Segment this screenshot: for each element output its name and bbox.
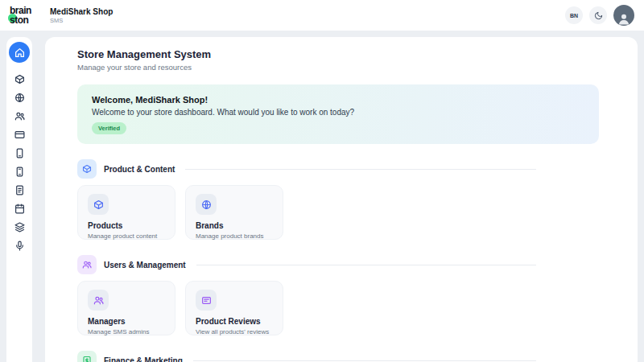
card-managers[interactable]: Managers Manage SMS admins (77, 281, 175, 335)
card-title: Managers (88, 317, 165, 326)
section-product-content: Product & Content (77, 159, 599, 179)
page-subtitle: Manage your store and resources (77, 63, 599, 72)
sidebar-item-calendar[interactable] (14, 204, 25, 214)
sidebar-nav (6, 37, 32, 362)
theme-toggle-button[interactable] (589, 6, 607, 24)
globe-icon (201, 200, 212, 210)
section-icon-tile (77, 255, 97, 274)
sidebar-item-reports-1[interactable] (14, 148, 25, 158)
topbar: brain ston MediShark Shop SMS BN (0, 0, 644, 31)
device-icon (14, 167, 25, 177)
section-users-management: Users & Management (77, 255, 599, 274)
section-label: Finance & Marketing (104, 356, 183, 362)
moon-icon (594, 11, 603, 20)
sidebar-item-home[interactable] (9, 42, 30, 63)
welcome-title: Welcome, MediShark Shop! (92, 95, 584, 105)
package-icon (14, 74, 25, 84)
sidebar-item-reports-3[interactable] (14, 185, 25, 195)
mic-icon (14, 241, 25, 251)
sidebar-item-products[interactable] (14, 74, 25, 84)
welcome-banner: Welcome, MediShark Shop! Welcome to your… (77, 84, 599, 144)
users-icon (93, 295, 104, 306)
section-divider (185, 169, 536, 170)
credit-card-icon (14, 130, 25, 140)
sidebar-item-marketing[interactable] (14, 241, 25, 251)
language-toggle-button[interactable]: BN (565, 6, 583, 24)
file-text-icon (14, 185, 25, 195)
globe-icon (14, 93, 25, 103)
sidebar-item-orders[interactable] (14, 130, 25, 140)
card-subtitle: Manage product content (88, 232, 165, 240)
card-icon-tile (196, 290, 217, 311)
card-products[interactable]: Products Manage product content (77, 185, 175, 240)
section-divider (193, 360, 536, 361)
card-icon-tile (196, 194, 217, 215)
logo-line-2: ston (10, 15, 42, 25)
card-product-reviews[interactable]: Product Reviews View all products' revie… (185, 281, 283, 335)
card-icon-tile (88, 290, 109, 311)
sidebar-item-managers[interactable] (14, 111, 25, 121)
section-divider (196, 265, 536, 265)
card-icon-tile (88, 194, 109, 215)
sidebar-item-brands[interactable] (14, 93, 25, 103)
main-content: Store Management System Manage your stor… (45, 37, 638, 362)
section-icon-tile (77, 159, 97, 179)
layers-icon (14, 222, 25, 232)
card-subtitle: Manage product brands (196, 232, 273, 240)
welcome-message: Welcome to your store dashboard. What wo… (92, 108, 584, 117)
verified-badge: Verified (92, 122, 126, 134)
shop-name: MediShark Shop (50, 7, 113, 16)
page-title: Store Management System (77, 48, 599, 60)
sidebar-item-reports-2[interactable] (14, 167, 25, 177)
card-subtitle: View all products' reviews (196, 328, 273, 335)
user-avatar[interactable] (613, 5, 634, 26)
card-brands[interactable]: Brands Manage product brands (185, 185, 283, 240)
sidebar-item-finance[interactable] (14, 222, 25, 232)
dollar-icon (82, 356, 92, 362)
section-label: Users & Management (104, 261, 186, 269)
section-finance-marketing: Finance & Marketing (77, 351, 599, 362)
package-icon (93, 200, 104, 210)
shop-identity: MediShark Shop SMS (50, 7, 113, 24)
users-icon (82, 260, 92, 269)
users-icon (14, 111, 25, 121)
card-subtitle: Manage SMS admins (88, 328, 165, 335)
home-icon (14, 47, 25, 58)
device-icon (14, 148, 25, 158)
review-card-icon (201, 295, 212, 306)
shop-subtitle: SMS (50, 17, 113, 24)
brand-logo: brain ston (10, 6, 42, 25)
card-title: Product Reviews (196, 317, 273, 326)
section-icon-tile (77, 351, 97, 362)
card-title: Products (88, 221, 165, 230)
card-title: Brands (196, 221, 273, 230)
person-icon (617, 11, 631, 26)
package-icon (82, 164, 92, 174)
section-label: Product & Content (104, 165, 175, 174)
calendar-icon (14, 204, 25, 214)
